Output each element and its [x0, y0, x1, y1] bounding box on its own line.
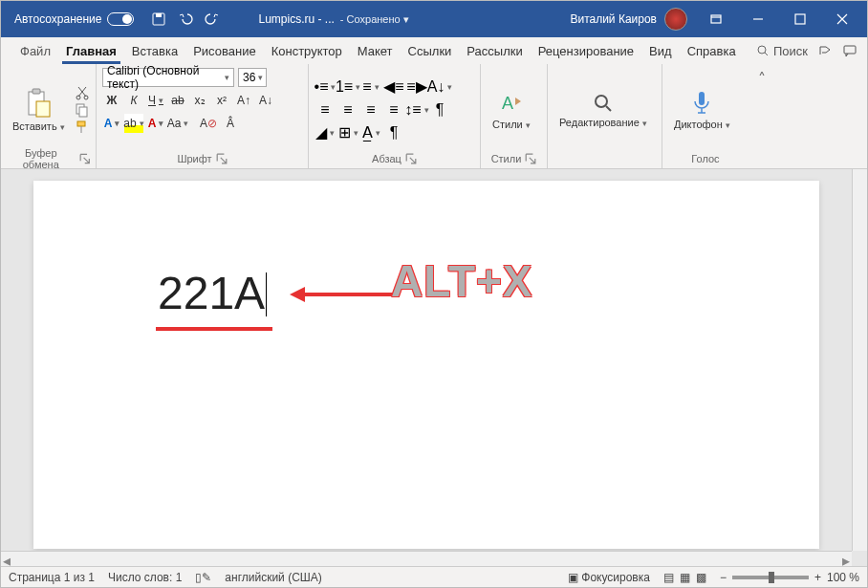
zoom-in-button[interactable]: +: [814, 571, 821, 584]
clipboard-launcher-icon[interactable]: [79, 153, 90, 164]
find-icon: [592, 92, 615, 115]
svg-rect-13: [77, 121, 85, 126]
focus-mode-button[interactable]: ▣ Фокусировка: [568, 571, 650, 584]
tab-help[interactable]: Справка: [680, 37, 744, 64]
copy-icon[interactable]: [75, 102, 90, 118]
shading-button[interactable]: ◢: [315, 122, 336, 143]
dictate-button[interactable]: Диктофон: [668, 88, 736, 132]
redo-icon[interactable]: [205, 11, 220, 27]
zoom-out-button[interactable]: −: [720, 571, 727, 584]
search-box[interactable]: Поиск: [756, 44, 808, 58]
superscript-button[interactable]: x²: [212, 91, 231, 110]
format-painter-icon[interactable]: [75, 120, 90, 135]
paragraph-launcher-icon[interactable]: [405, 153, 417, 164]
tab-layout[interactable]: Макет: [350, 37, 401, 64]
save-icon[interactable]: [151, 11, 166, 27]
tab-references[interactable]: Ссылки: [401, 37, 460, 64]
maximize-button[interactable]: [779, 1, 821, 37]
tab-view[interactable]: Вид: [641, 37, 680, 64]
svg-point-15: [596, 96, 607, 107]
svg-point-4: [758, 46, 766, 54]
undo-icon[interactable]: [178, 11, 193, 27]
text-effects-button[interactable]: A: [102, 114, 121, 133]
share-icon[interactable]: [817, 43, 833, 58]
tab-design[interactable]: Конструктор: [264, 37, 350, 64]
styles-label: Стили: [492, 119, 531, 130]
voice-group-label: Голос: [691, 153, 719, 164]
underline-button[interactable]: Ч: [146, 91, 165, 110]
subscript-button[interactable]: x₂: [190, 91, 209, 110]
align-right-button[interactable]: ≡: [360, 99, 381, 120]
search-icon: [756, 44, 770, 57]
document-name: Lumpics.ru - ...: [258, 12, 334, 26]
paste-button[interactable]: Вставить: [7, 86, 71, 134]
shrink-font-button[interactable]: A↓: [256, 91, 275, 110]
zoom-level[interactable]: 100 %: [827, 571, 859, 584]
collapse-ribbon-button[interactable]: ˄: [758, 70, 766, 88]
font-size-combo[interactable]: 36: [238, 68, 267, 87]
font-color-button[interactable]: A: [146, 114, 165, 133]
clear-formatting-button[interactable]: A⊘: [199, 114, 218, 133]
search-label: Поиск: [773, 44, 808, 58]
phonetic-button[interactable]: Â: [221, 114, 240, 133]
increase-indent-button[interactable]: ≡▶: [406, 76, 427, 98]
web-layout-icon[interactable]: ▩: [696, 571, 706, 584]
zoom-slider[interactable]: [732, 576, 809, 579]
font-name-combo[interactable]: Calibri (Основной текст): [102, 68, 234, 87]
tab-mailings[interactable]: Рассылки: [459, 37, 530, 64]
pilcrow-button[interactable]: ¶: [383, 122, 404, 143]
word-count[interactable]: Число слов: 1: [108, 571, 182, 584]
ribbon-options-button[interactable]: [695, 1, 737, 37]
align-left-button[interactable]: ≡: [315, 99, 336, 120]
strike-button[interactable]: ab: [168, 91, 187, 110]
document-area[interactable]: 221A ALT+X ◂ ▸: [1, 169, 867, 566]
minimize-button[interactable]: [737, 1, 779, 37]
comments-icon[interactable]: [842, 43, 857, 58]
close-button[interactable]: [821, 1, 863, 37]
tab-home[interactable]: Главная: [58, 37, 124, 64]
numbering-button[interactable]: 1≡: [337, 76, 358, 98]
sort-button[interactable]: A↓: [429, 76, 450, 98]
justify-button[interactable]: ≡: [383, 99, 404, 120]
show-marks-button[interactable]: ¶: [429, 99, 450, 120]
avatar[interactable]: [664, 8, 687, 31]
mic-icon: [690, 90, 713, 117]
bullets-button[interactable]: •≡: [315, 76, 336, 98]
bold-button[interactable]: Ж: [102, 91, 121, 110]
paste-label: Вставить: [12, 120, 65, 132]
tab-file[interactable]: Файл: [12, 37, 58, 64]
multilevel-button[interactable]: ≡: [360, 76, 381, 98]
tab-insert[interactable]: Вставка: [124, 37, 185, 64]
read-mode-icon[interactable]: ▤: [663, 571, 674, 584]
italic-button[interactable]: К: [124, 91, 143, 110]
tab-review[interactable]: Рецензирование: [531, 37, 641, 64]
language-status[interactable]: английский (США): [225, 571, 321, 584]
page[interactable]: 221A ALT+X: [33, 181, 819, 549]
decrease-indent-button[interactable]: ◀≡: [383, 76, 404, 98]
borders-button[interactable]: ⊞: [337, 122, 358, 143]
tab-draw[interactable]: Рисование: [185, 37, 263, 64]
page-status[interactable]: Страница 1 из 1: [9, 571, 95, 584]
cut-icon[interactable]: [75, 85, 90, 100]
styles-icon: A: [498, 90, 525, 117]
styles-group-label: Стили: [491, 153, 522, 164]
change-case-button[interactable]: Aa: [168, 114, 187, 133]
highlight-button[interactable]: ab: [124, 114, 143, 133]
align-center-button[interactable]: ≡: [337, 99, 358, 120]
svg-rect-5: [844, 46, 856, 54]
document-text[interactable]: 221A: [158, 267, 267, 319]
styles-button[interactable]: A Стили: [487, 88, 536, 132]
line-spacing-button[interactable]: ↕≡: [406, 99, 427, 120]
print-layout-icon[interactable]: ▦: [680, 571, 690, 584]
editing-button[interactable]: Редактирование: [553, 90, 653, 130]
vertical-scrollbar[interactable]: [852, 169, 867, 551]
styles-launcher-icon[interactable]: [525, 153, 536, 164]
autosave-toggle[interactable]: [107, 12, 134, 26]
sort2-button[interactable]: A̲: [360, 122, 381, 143]
font-group-label: Шрифт: [177, 153, 211, 164]
svg-text:A: A: [502, 94, 513, 113]
spellcheck-icon[interactable]: ▯✎: [195, 571, 211, 584]
horizontal-scrollbar[interactable]: ◂ ▸: [1, 551, 852, 566]
grow-font-button[interactable]: A↑: [234, 91, 253, 110]
font-launcher-icon[interactable]: [216, 153, 228, 164]
